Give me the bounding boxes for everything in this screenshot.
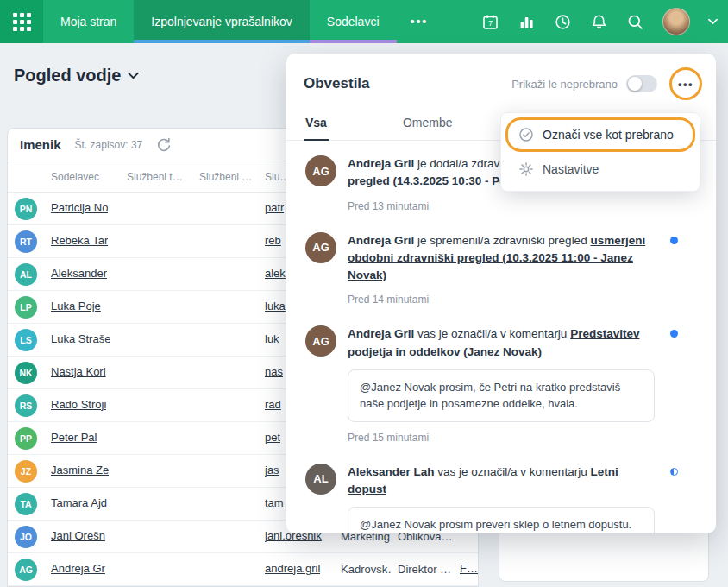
nav-more-button[interactable]: ••• — [397, 0, 442, 43]
colleague-name-link[interactable]: Luka Straše — [51, 332, 110, 345]
clock-icon[interactable] — [554, 13, 572, 31]
notification-text: Aleksander Lah vas je označil/a v koment… — [348, 464, 655, 499]
notification-timestamp: Pred 14 minutami — [348, 294, 655, 306]
colleague-email-link[interactable]: patr — [265, 201, 284, 214]
actor-name: Andreja Gril — [348, 234, 414, 247]
colleague-email-link[interactable]: nas — [265, 365, 283, 378]
notifications-panel: Obvestila Prikaži le neprebrano ••• Vsa … — [286, 54, 716, 533]
page-title: Pogled vodje — [14, 66, 121, 85]
actor-name: Andreja Gril — [348, 157, 414, 170]
notification-user-avatar: AL — [305, 464, 336, 495]
colleague-email-link[interactable]: luka — [265, 300, 286, 312]
colleague-avatar: AG — [15, 559, 37, 581]
notifications-title: Obvestila — [304, 75, 370, 92]
colleague-name-link[interactable]: Andreja Gr — [51, 562, 105, 575]
gear-icon — [518, 161, 534, 177]
notification-item[interactable]: AL Aleksander Lah vas je označil/a v kom… — [286, 449, 716, 533]
menu-item-mark-all-read[interactable]: Označi vse kot prebrano — [505, 117, 695, 152]
apps-grid-icon — [13, 13, 31, 31]
tab-vsa[interactable]: Vsa — [304, 107, 329, 141]
action-text: je spremenil/a zdravniški pregled — [417, 234, 587, 247]
colleague-name-link[interactable]: Jani Orešn — [51, 529, 105, 542]
colleague-avatar: PN — [15, 198, 37, 220]
nav-tab-moja-stran[interactable]: Moja stran — [43, 0, 134, 43]
bell-icon[interactable] — [590, 13, 608, 31]
nav-tab-izpolnjevanje-vprasalnikov[interactable]: Izpolnjevanje vprašalnikov — [134, 0, 309, 43]
menu-item-label: Označi vse kot prebrano — [543, 128, 674, 142]
department-cell: Kadrovsk… — [334, 563, 391, 576]
colleague-email-link[interactable]: rad — [265, 398, 281, 411]
comment-preview: @Janez Novak prosim preveri sklep o letn… — [348, 507, 655, 533]
colleague-email-link[interactable]: andreja.gril — [265, 562, 320, 575]
colleague-avatar: RS — [15, 394, 37, 417]
notifications-more-button[interactable]: ••• — [669, 67, 702, 100]
main-nav-tabs: Moja stran Izpolnjevanje vprašalnikov So… — [43, 0, 442, 43]
notification-list: AG Andreja Gril je dodal/a zdravniški pr… — [286, 141, 716, 533]
table-title: Imenik — [20, 137, 61, 152]
notification-item[interactable]: AG Andreja Gril vas je označil/a v komen… — [286, 311, 716, 449]
notification-user-avatar: AG — [305, 232, 336, 263]
column-header-sluzbeni-2[interactable]: Službeni … — [192, 171, 258, 183]
colleague-email-link[interactable]: alek — [265, 267, 286, 280]
table-row[interactable]: AG Andreja Gr andreja.gril Kadrovsk… Dir… — [8, 553, 478, 586]
user-avatar[interactable] — [662, 8, 690, 35]
notification-text: Andreja Gril je spremenil/a zdravniški p… — [348, 232, 655, 285]
notification-timestamp: Pred 13 minutami — [348, 200, 655, 212]
colleague-name-link[interactable]: Aleksander — [51, 267, 107, 280]
colleague-avatar: JZ — [15, 460, 37, 483]
refresh-icon[interactable] — [154, 136, 173, 155]
page-title-dropdown[interactable]: Pogled vodje — [14, 66, 139, 85]
menu-item-label: Nastavitve — [543, 162, 599, 176]
colleague-name-link[interactable]: Rado Stroji — [51, 398, 106, 411]
unread-filter-toggle[interactable] — [626, 75, 657, 92]
menu-item-settings[interactable]: Nastavitve — [505, 152, 695, 186]
notification-user-avatar: AG — [305, 155, 336, 186]
colleague-email-link[interactable]: jas — [265, 464, 279, 477]
colleague-name-link[interactable]: Tamara Ajd — [51, 496, 107, 509]
record-count: Št. zapisov: 37 — [75, 139, 143, 151]
chevron-down-icon — [128, 72, 139, 79]
role-cell: Direktor … — [391, 563, 453, 576]
colleague-name-link[interactable]: Patricija No — [51, 201, 108, 214]
nav-tab-sodelavci[interactable]: Sodelavci — [310, 0, 397, 43]
actor-name: Andreja Gril — [348, 327, 414, 340]
tab-omembe[interactable]: Omembe — [401, 107, 455, 140]
notifications-header: Obvestila Prikaži le neprebrano ••• — [286, 54, 716, 104]
colleague-email-link[interactable]: pet — [265, 431, 280, 444]
calendar-day-badge: 7 — [488, 19, 493, 28]
check-circle-icon — [518, 127, 534, 142]
notification-timestamp: Pred 15 minutami — [348, 432, 655, 444]
colleague-avatar: RT — [15, 230, 37, 253]
action-text: vas je označil/a v komentarju — [417, 327, 567, 340]
colleague-name-link[interactable]: Jasmina Ze — [51, 464, 109, 477]
extra-cell-link[interactable]: F… — [460, 562, 478, 575]
actor-name: Aleksander Lah — [348, 465, 435, 478]
bar-chart-icon[interactable] — [518, 13, 536, 31]
comment-preview: @Janez Novak prosim, če Petri na kratko … — [348, 369, 655, 422]
notification-user-avatar: AG — [305, 325, 336, 357]
colleague-name-link[interactable]: Luka Poje — [51, 300, 101, 312]
calendar-icon[interactable]: 7 — [481, 13, 499, 31]
apps-grid-button[interactable] — [0, 0, 43, 43]
column-header-sluzbeni-1[interactable]: Službeni t… — [120, 171, 192, 183]
colleague-name-link[interactable]: Rebeka Tar — [51, 234, 108, 247]
colleague-avatar: LP — [15, 296, 37, 319]
colleague-name-link[interactable]: Nastja Kori — [51, 365, 106, 378]
unread-filter-label: Prikaži le neprebrano — [511, 78, 618, 91]
colleague-avatar: JO — [15, 526, 37, 548]
unread-indicator — [670, 237, 678, 244]
column-header-sodelavec[interactable]: Sodelavec — [44, 171, 120, 183]
colleague-avatar: PP — [15, 427, 37, 450]
colleague-email-link[interactable]: reb — [265, 234, 281, 247]
colleague-name-link[interactable]: Peter Pal — [51, 431, 97, 444]
unread-indicator — [670, 330, 678, 338]
notification-item[interactable]: AG Andreja Gril je spremenil/a zdravnišk… — [286, 218, 716, 312]
notifications-options-menu: Označi vse kot prebrano Nastavitve — [500, 112, 700, 192]
colleague-avatar: AL — [15, 263, 37, 286]
top-navigation-bar: Moja stran Izpolnjevanje vprašalnikov So… — [0, 0, 728, 43]
colleague-email-link[interactable]: luk — [265, 332, 279, 345]
colleague-email-link[interactable]: tam — [265, 496, 284, 509]
notification-text: Andreja Gril vas je označil/a v komentar… — [348, 325, 655, 361]
search-icon[interactable] — [626, 13, 644, 31]
chevron-down-icon[interactable] — [708, 18, 718, 25]
